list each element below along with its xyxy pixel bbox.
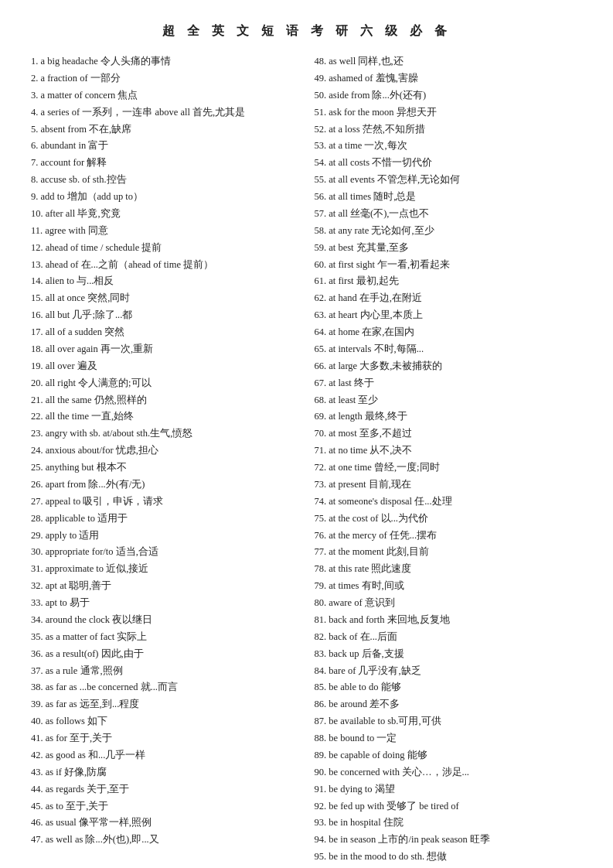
list-item: 69. at length 最终,终于: [315, 408, 583, 425]
list-item: 78. at this rate 照此速度: [315, 561, 583, 578]
list-item: 2. a fraction of 一部分: [31, 70, 299, 87]
list-item: 91. be dying to 渴望: [315, 781, 583, 798]
list-item: 94. be in season 上市的/in peak season 旺季: [315, 832, 583, 849]
list-item: 14. alien to 与...相反: [31, 273, 299, 290]
list-item: 13. ahead of 在...之前（ahead of time 提前）: [31, 257, 299, 274]
list-item: 44. as regards 关于,至于: [31, 781, 299, 798]
list-item: 43. as if 好像,防腐: [31, 764, 299, 781]
list-item: 79. at times 有时,间或: [315, 578, 583, 595]
list-item: 5. absent from 不在,缺席: [31, 121, 299, 138]
page-title: 超 全 英 文 短 语 考 研 六 级 必 备: [31, 23, 582, 39]
list-item: 85. be able to do 能够: [315, 679, 583, 696]
list-item: 92. be fed up with 受够了 be tired of: [315, 798, 583, 815]
list-item: 38. as far as ...be concerned 就...而言: [31, 679, 299, 696]
list-item: 88. be bound to 一定: [315, 730, 583, 747]
list-item: 65. at intervals 不时,每隔...: [315, 341, 583, 358]
list-item: 55. at all events 不管怎样,无论如何: [315, 172, 583, 189]
list-item: 51. ask for the moon 异想天开: [315, 104, 583, 121]
list-item: 50. aside from 除...外(还有): [315, 87, 583, 104]
list-item: 47. as well as 除...外(也),即...又: [31, 832, 299, 849]
list-item: 82. back of 在...后面: [315, 629, 583, 646]
list-item: 45. as to 至于,关于: [31, 798, 299, 815]
list-item: 81. back and forth 来回地,反复地: [315, 612, 583, 629]
list-item: 22. all the time 一直,始终: [31, 408, 299, 425]
list-item: 30. appropriate for/to 适当,合适: [31, 544, 299, 561]
list-item: 18. all over again 再一次,重新: [31, 341, 299, 358]
list-item: 72. at one time 曾经,一度;同时: [315, 460, 583, 477]
list-item: 40. as follows 如下: [31, 713, 299, 730]
list-item: 63. at heart 内心里,本质上: [315, 307, 583, 324]
list-item: 23. angry with sb. at/about sth.生气,愤怒: [31, 425, 299, 443]
list-item: 86. be around 差不多: [315, 696, 583, 713]
list-item: 58. at any rate 无论如何,至少: [315, 223, 583, 240]
list-item: 70. at most 至多,不超过: [315, 425, 583, 443]
list-item: 12. ahead of time / schedule 提前: [31, 240, 299, 257]
left-column: 1. a big headache 令人头痛的事情2. a fraction o…: [31, 53, 299, 866]
list-item: 32. apt at 聪明,善于: [31, 578, 299, 595]
list-item: 4. a series of 一系列，一连串 above all 首先,尤其是: [31, 104, 299, 121]
list-item: 6. abundant in 富于: [31, 138, 299, 155]
list-item: 34. around the clock 夜以继日: [31, 612, 299, 629]
list-item: 66. at large 大多数,未被捕获的: [315, 358, 583, 375]
list-item: 46. as usual 像平常一样,照例: [31, 815, 299, 832]
list-item: 28. applicable to 适用于: [31, 511, 299, 528]
list-item: 11. agree with 同意: [31, 223, 299, 240]
list-item: 95. be in the mood to do sth. 想做: [315, 849, 583, 866]
list-item: 15. all at once 突然,同时: [31, 290, 299, 307]
list-item: 3. a matter of concern 焦点: [31, 87, 299, 104]
list-item: 29. apply to 适用: [31, 528, 299, 545]
list-item: 1. a big headache 令人头痛的事情: [31, 53, 299, 70]
list-item: 37. as a rule 通常,照例: [31, 663, 299, 680]
list-item: 83. back up 后备,支援: [315, 646, 583, 663]
list-item: 36. as a result(of) 因此,由于: [31, 646, 299, 663]
list-item: 74. at someone's disposal 任...处理: [315, 494, 583, 511]
list-item: 80. aware of 意识到: [315, 595, 583, 612]
list-item: 90. be concerned with 关心…，涉足...: [315, 764, 583, 781]
list-item: 53. at a time 一次,每次: [315, 138, 583, 155]
list-item: 84. bare of 几乎没有,缺乏: [315, 663, 583, 680]
list-item: 24. anxious about/for 忧虑,担心: [31, 443, 299, 460]
list-item: 62. at hand 在手边,在附近: [315, 290, 583, 307]
list-item: 16. all but 几乎;除了...都: [31, 307, 299, 324]
list-item: 61. at first 最初,起先: [315, 273, 583, 290]
list-item: 59. at best 充其量,至多: [315, 240, 583, 257]
list-item: 41. as for 至于,关于: [31, 730, 299, 747]
list-item: 87. be available to sb.可用,可供: [315, 713, 583, 730]
list-item: 42. as good as 和...几乎一样: [31, 747, 299, 764]
right-column: 48. as well 同样,也,还49. ashamed of 羞愧,害臊50…: [315, 53, 583, 866]
list-item: 67. at last 终于: [315, 375, 583, 392]
list-item: 64. at home 在家,在国内: [315, 324, 583, 341]
list-item: 39. as far as 远至,到...程度: [31, 696, 299, 713]
list-item: 25. anything but 根本不: [31, 460, 299, 477]
list-item: 54. at all costs 不惜一切代价: [315, 155, 583, 172]
list-item: 21. all the same 仍然,照样的: [31, 392, 299, 409]
list-item: 49. ashamed of 羞愧,害臊: [315, 70, 583, 87]
list-item: 33. apt to 易于: [31, 595, 299, 612]
list-item: 71. at no time 从不,决不: [315, 443, 583, 460]
list-item: 27. appeal to 吸引，申诉，请求: [31, 494, 299, 511]
list-item: 56. at all times 随时,总是: [315, 189, 583, 206]
list-item: 52. at a loss 茫然,不知所措: [315, 121, 583, 138]
list-item: 89. be capable of doing 能够: [315, 747, 583, 764]
list-item: 31. approximate to 近似,接近: [31, 561, 299, 578]
list-item: 19. all over 遍及: [31, 358, 299, 375]
list-item: 35. as a matter of fact 实际上: [31, 629, 299, 646]
list-item: 48. as well 同样,也,还: [315, 53, 583, 70]
list-item: 10. after all 毕竟,究竟: [31, 206, 299, 223]
list-item: 75. at the cost of 以...为代价: [315, 511, 583, 528]
list-item: 9. add to 增加（add up to）: [31, 189, 299, 206]
list-item: 20. all right 令人满意的;可以: [31, 375, 299, 392]
list-item: 60. at first sight 乍一看,初看起来: [315, 257, 583, 274]
list-item: 57. at all 丝毫(不),一点也不: [315, 206, 583, 223]
list-item: 68. at least 至少: [315, 392, 583, 409]
list-item: 77. at the moment 此刻,目前: [315, 544, 583, 561]
list-item: 8. accuse sb. of sth.控告: [31, 172, 299, 189]
list-item: 7. account for 解释: [31, 155, 299, 172]
list-item: 26. apart from 除...外(有/无): [31, 477, 299, 494]
list-item: 93. be in hospital 住院: [315, 815, 583, 832]
list-item: 76. at the mercy of 任凭...摆布: [315, 528, 583, 545]
list-item: 17. all of a sudden 突然: [31, 324, 299, 341]
list-item: 73. at present 目前,现在: [315, 477, 583, 494]
